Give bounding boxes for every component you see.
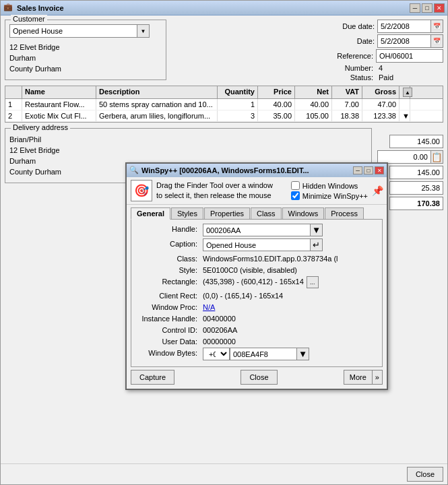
more-button[interactable]: More <box>344 370 373 385</box>
cell-row1-num: 1 <box>5 99 22 110</box>
due-date-row: Due date: 📅 <box>172 20 443 33</box>
handle-input[interactable] <box>203 224 311 236</box>
maximize-button[interactable]: □ <box>422 3 433 13</box>
tab-styles[interactable]: Styles <box>171 207 203 219</box>
minimize-winspy-row: Minimize WinSpy++ <box>291 191 368 200</box>
winspy-minimize-btn[interactable]: ─ <box>353 166 362 174</box>
handle-label: Handle: <box>135 224 203 233</box>
instance-handle-label: Instance Handle: <box>135 313 203 323</box>
handle-input-group: ▼ <box>203 224 323 236</box>
col-header-price: Price <box>258 86 295 98</box>
total-row-4 <box>389 181 443 195</box>
rectangle-more-btn[interactable]: ... <box>307 276 319 288</box>
caption-enter-btn[interactable]: ↵ <box>311 238 323 251</box>
delivery-name: Brian/Phil <box>9 134 367 145</box>
tab-windows[interactable]: Windows <box>282 207 325 219</box>
finder-text: Drag the Finder Tool over a windowto sel… <box>156 181 287 201</box>
number-label: Number: <box>326 64 373 72</box>
class-label: Class: <box>135 253 203 263</box>
date-row: Date: 📅 <box>172 34 443 48</box>
more-arrows-button[interactable]: » <box>373 370 383 385</box>
window-bytes-input-group: +0 ▼ <box>203 348 309 360</box>
close-button[interactable]: ✕ <box>434 3 445 13</box>
main-bottom-bar: Close <box>1 463 447 484</box>
caption-input-group: ↵ <box>203 238 323 251</box>
window-bytes-dropdown-btn[interactable]: ▼ <box>297 348 309 360</box>
rectangle-value: (435,398) - (600,412) - 165x14 <box>203 276 304 288</box>
control-id-row: Control ID: 000206AA <box>135 325 378 334</box>
number-row: Number: 4 <box>172 64 443 72</box>
window-proc-value[interactable]: N/A <box>203 302 378 311</box>
cell-row2-num: 2 <box>5 110 22 121</box>
total-btn-2[interactable]: 📋 <box>431 150 443 164</box>
cell-row1-name: Restaurant Flow... <box>22 99 96 110</box>
total-row-3 <box>389 166 443 179</box>
tab-properties[interactable]: Properties <box>204 207 250 219</box>
cell-row2-vat: 18.38 <box>332 110 362 121</box>
cell-row1-desc: 50 stems spray carnation and 10... <box>96 99 218 110</box>
total-input-3[interactable] <box>389 166 443 179</box>
date-picker-btn[interactable]: 📅 <box>431 34 443 48</box>
rectangle-label: Rectangle: <box>135 276 203 286</box>
dialog-buttons: Capture Close More » <box>127 367 387 389</box>
minimize-winspy-label: Minimize WinSpy++ <box>302 192 368 200</box>
number-value: 4 <box>376 64 443 72</box>
customer-addr2: Durham <box>9 53 162 63</box>
scroll-down-btn[interactable]: ▼ <box>402 112 407 120</box>
total-input-5[interactable] <box>389 197 443 210</box>
handle-dropdown-btn[interactable]: ▼ <box>311 224 323 236</box>
minimize-button[interactable]: ─ <box>410 3 420 13</box>
delivery-label: Delivery address <box>11 123 70 131</box>
customer-dropdown-btn[interactable]: ▼ <box>137 24 150 38</box>
tab-process[interactable]: Process <box>325 207 364 219</box>
winspy-dialog: 🔍 WinSpy++ [000206AA, WindowsForms10.EDI… <box>125 162 388 390</box>
total-input-2[interactable] <box>377 150 431 164</box>
winspy-maximize-btn[interactable]: □ <box>364 166 373 174</box>
cell-row2-price: 35.00 <box>258 110 295 121</box>
date-input[interactable] <box>377 34 431 48</box>
finder-pin-icon[interactable]: 📌 <box>372 185 383 196</box>
scroll-up-btn[interactable]: ▲ <box>403 88 412 97</box>
status-value: Paid <box>376 73 443 82</box>
caption-input[interactable] <box>203 238 311 251</box>
total-input-1[interactable] <box>389 135 443 148</box>
due-date-label: Due date: <box>327 22 375 30</box>
reference-input[interactable] <box>376 49 443 63</box>
col-header-desc: Description <box>96 86 218 98</box>
window-bytes-select[interactable]: +0 <box>203 348 230 360</box>
table-row: 1 Restaurant Flow... 50 stems spray carn… <box>5 99 443 110</box>
control-id-value: 000206AA <box>203 325 378 334</box>
due-date-picker-btn[interactable]: 📅 <box>431 20 443 33</box>
tab-class[interactable]: Class <box>251 207 282 219</box>
customer-name-input[interactable] <box>9 24 137 38</box>
hidden-windows-label: Hidden Windows <box>302 182 358 190</box>
total-input-2-group: 📋 <box>377 150 443 164</box>
finder-tool-icon[interactable]: 🎯 <box>131 180 152 201</box>
total-input-4[interactable] <box>389 181 443 195</box>
cell-row1-price: 40.00 <box>258 99 295 110</box>
total-row-5 <box>389 197 443 210</box>
winspy-title-text: WinSpy++ [000206AA, WindowsForms10.EDIT.… <box>141 166 352 174</box>
winspy-tabs-bar: General Styles Properties Class Windows … <box>127 205 387 219</box>
tab-general[interactable]: General <box>131 207 170 220</box>
instance-handle-value: 00400000 <box>203 313 378 323</box>
winspy-icon: 🔍 <box>129 166 139 175</box>
col-header-net: Net <box>295 86 332 98</box>
window-proc-row: Window Proc: N/A <box>135 302 378 311</box>
window-bytes-value-input[interactable] <box>230 348 297 360</box>
winspy-close-btn[interactable]: ✕ <box>375 166 384 174</box>
class-value: WindowsForms10.EDIT.app.0.378734a (l <box>203 253 378 263</box>
reference-row: Reference: <box>172 49 443 63</box>
hidden-windows-checkbox[interactable] <box>291 181 300 190</box>
due-date-input[interactable] <box>377 20 431 33</box>
minimize-winspy-checkbox[interactable] <box>291 191 300 200</box>
class-row: Class: WindowsForms10.EDIT.app.0.378734a… <box>135 253 378 263</box>
finder-row: 🎯 Drag the Finder Tool over a windowto s… <box>127 177 387 205</box>
status-label: Status: <box>326 73 373 82</box>
main-close-button[interactable]: Close <box>407 467 443 482</box>
customer-group: Customer ▼ 12 Elvet Bridge Durham County… <box>5 20 166 80</box>
capture-button[interactable]: Capture <box>131 370 174 385</box>
hidden-windows-row: Hidden Windows <box>291 181 368 190</box>
close-dialog-button[interactable]: Close <box>241 370 277 385</box>
user-data-value: 00000000 <box>203 336 378 346</box>
